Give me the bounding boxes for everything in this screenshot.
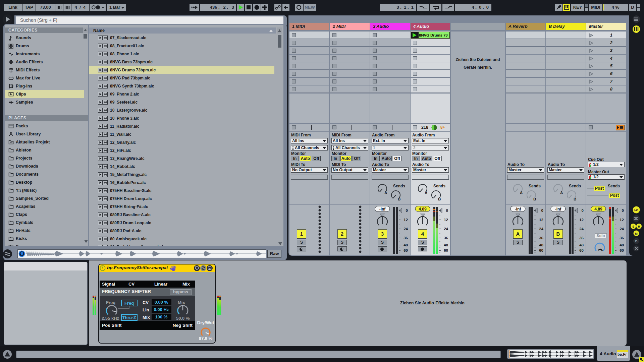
svg-text:87.9 %: 87.9 %: [199, 336, 213, 341]
svg-text:36: 36: [539, 236, 543, 240]
svg-text:24: 24: [444, 227, 448, 231]
svg-text:60: 60: [620, 248, 624, 252]
svg-text:48: 48: [444, 243, 448, 247]
svg-text:48: 48: [579, 243, 584, 247]
svg-text:36: 36: [620, 236, 624, 240]
svg-text:36: 36: [444, 236, 448, 240]
svg-text:-Inf: -Inf: [379, 207, 386, 212]
svg-text:48: 48: [539, 243, 543, 247]
svg-text:Dry/Wet: Dry/Wet: [197, 320, 214, 325]
svg-text:24: 24: [579, 227, 584, 231]
svg-text:12: 12: [579, 218, 584, 222]
svg-text:60: 60: [539, 248, 543, 252]
svg-text:M: M: [635, 232, 638, 235]
svg-text:4.89: 4.89: [419, 207, 427, 212]
svg-text:12: 12: [404, 218, 408, 222]
svg-text:36: 36: [404, 236, 408, 240]
svg-text:Thru-Z: Thru-Z: [122, 315, 136, 320]
svg-text:50.0 %: 50.0 %: [176, 316, 190, 321]
svg-text:-Inf: -Inf: [515, 207, 522, 212]
svg-text:D: D: [635, 239, 638, 243]
svg-text:-Inf: -Inf: [555, 207, 562, 212]
svg-text:Mix: Mix: [143, 315, 150, 320]
svg-text:48: 48: [620, 243, 624, 247]
svg-text:0: 0: [406, 208, 408, 213]
svg-text:12: 12: [444, 218, 448, 222]
svg-text:0.00 %: 0.00 %: [155, 300, 168, 305]
svg-text:2.55 kHz: 2.55 kHz: [102, 316, 119, 321]
svg-text:12: 12: [620, 218, 624, 222]
svg-text:0: 0: [446, 208, 448, 213]
svg-text:48: 48: [404, 243, 408, 247]
svg-text:24: 24: [404, 227, 408, 231]
svg-text:60: 60: [579, 248, 584, 252]
svg-text:12: 12: [539, 218, 543, 222]
svg-text:36: 36: [579, 236, 584, 240]
svg-text:60: 60: [404, 248, 408, 252]
svg-text:24: 24: [539, 227, 543, 231]
svg-text:S: S: [632, 225, 634, 228]
svg-text:0.00 Hz: 0.00 Hz: [154, 307, 169, 312]
svg-text:24: 24: [620, 227, 624, 231]
svg-text:0: 0: [582, 208, 584, 213]
svg-text:60: 60: [444, 248, 448, 252]
svg-text:R: R: [638, 225, 640, 228]
svg-text:4.89: 4.89: [594, 207, 602, 212]
svg-text:Freq: Freq: [124, 301, 134, 306]
svg-text:0: 0: [541, 208, 543, 213]
svg-text:100 %: 100 %: [155, 314, 168, 319]
svg-text:Freq: Freq: [106, 300, 115, 305]
svg-text:0: 0: [622, 208, 624, 213]
svg-text:I-O: I-O: [634, 208, 638, 212]
svg-text:Mix: Mix: [178, 300, 185, 305]
svg-text:CV: CV: [143, 300, 149, 305]
svg-text:Lin: Lin: [143, 307, 149, 312]
